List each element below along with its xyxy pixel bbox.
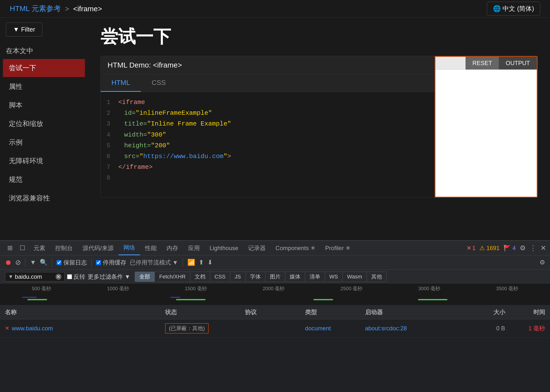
breadcrumb-root[interactable]: HTML 元素参考 — [10, 4, 61, 14]
reset-button[interactable]: RESET — [466, 57, 499, 69]
toolbar-settings-icon[interactable]: ⚙ — [539, 259, 545, 266]
table-header: 名称 状态 协议 类型 启动器 大小 时间 — [0, 305, 550, 319]
filter-other[interactable]: 其他 — [367, 272, 387, 282]
disable-cache-checkbox[interactable]: 停用缓存 — [96, 259, 126, 266]
devtools: ⊞ ☐ 元素 控制台 源代码/来源 网络 性能 内存 应用 Lighthouse… — [0, 240, 550, 392]
tab-components[interactable]: Components ✳ — [271, 241, 320, 255]
devtools-icon-pointer[interactable]: ⊞ — [4, 242, 16, 254]
header-name: 名称 — [5, 308, 165, 316]
row-name-cell: ✕ www.baidu.com — [5, 325, 165, 332]
filter-css[interactable]: CSS — [210, 272, 230, 282]
timeline-labels: 500 毫秒 1000 毫秒 1500 毫秒 2000 毫秒 2500 毫秒 3… — [0, 283, 550, 292]
tab-app[interactable]: 应用 — [183, 241, 205, 255]
right-badges: ✕ ✕ 11 ⚠ 1691 🚩 4 ⚙ ⋮ ✕ — [466, 244, 546, 252]
warn-badge: ⚠ 1691 — [479, 245, 500, 252]
output-header: RESET OUTPUT — [435, 57, 537, 70]
sidebar-item-spec[interactable]: 规范 — [3, 171, 85, 189]
tab-html[interactable]: HTML — [101, 74, 141, 92]
sidebar-section-title: 在本文中 — [0, 42, 88, 58]
main-layout: ▼ Filter 在本文中 尝试一下 属性 脚本 定位和缩放 示例 无障碍环境 … — [0, 18, 550, 240]
filter-font[interactable]: 字体 — [246, 272, 265, 282]
sidebar-item-try[interactable]: 尝试一下 — [3, 59, 85, 77]
table-row[interactable]: ✕ www.baidu.com (已屏蔽：其他) document about:… — [0, 319, 550, 338]
demo-title: HTML Demo: <iframe> — [101, 56, 434, 74]
demo-container: HTML Demo: <iframe> HTML CSS 1<iframe 2i… — [100, 56, 538, 198]
info-badge: 🚩 4 — [503, 245, 516, 252]
sidebar-item-compat[interactable]: 浏览器兼容性 — [3, 189, 85, 207]
tab-console[interactable]: 控制台 — [50, 241, 78, 255]
filter-manifest[interactable]: 清单 — [305, 272, 325, 282]
row-type-cell: document — [305, 325, 365, 332]
filter-media[interactable]: 媒体 — [285, 272, 305, 282]
filter-js[interactable]: JS — [230, 272, 246, 282]
filter-img[interactable]: 图片 — [265, 272, 285, 282]
header-protocol: 协议 — [245, 308, 305, 316]
type-filter-buttons: 全部 Fetch/XHR 文档 CSS JS 字体 图片 媒体 清单 WS Wa… — [135, 272, 387, 282]
lang-button[interactable]: 🌐 中文 (简体) — [487, 2, 540, 16]
devtools-icon-device[interactable]: ☐ — [16, 242, 29, 254]
tab-recorder[interactable]: 记录器 — [243, 241, 271, 255]
tab-perf[interactable]: 性能 — [140, 241, 162, 255]
breadcrumb: HTML 元素参考 > <iframe> — [10, 4, 102, 14]
preserve-log-checkbox[interactable]: 保留日志 — [57, 259, 87, 266]
header-status: 状态 — [165, 308, 245, 316]
row-initiator-cell: about:srcdoc:28 — [365, 325, 465, 332]
sidebar: ▼ Filter 在本文中 尝试一下 属性 脚本 定位和缩放 示例 无障碍环境 … — [0, 18, 88, 240]
filter-clear-button[interactable]: ✕ — [56, 274, 61, 280]
sidebar-item-accessibility[interactable]: 无障碍环境 — [3, 152, 85, 170]
tab-lighthouse[interactable]: Lighthouse — [205, 241, 243, 255]
header-time: 时间 — [505, 308, 545, 316]
devtools-close-icon[interactable]: ✕ — [540, 244, 546, 252]
devtools-more-icon[interactable]: ⋮ — [530, 244, 537, 252]
invert-checkbox[interactable]: 反转 — [67, 273, 85, 281]
devtools-tabbar: ⊞ ☐ 元素 控制台 源代码/来源 网络 性能 内存 应用 Lighthouse… — [0, 241, 550, 255]
wifi-icon[interactable]: 📶 — [187, 259, 195, 266]
output-button[interactable]: OUTPUT — [499, 57, 537, 69]
row-status-cell: (已屏蔽：其他) — [165, 323, 245, 334]
status-badge: (已屏蔽：其他) — [165, 323, 209, 334]
record-button[interactable]: ⏺ — [5, 258, 12, 266]
filter-bar: ▼ ✕ 反转 更多过滤条件 ▼ 全部 Fetch/XHR 文档 CSS JS 字… — [0, 270, 550, 283]
upload-icon[interactable]: ⬆ — [199, 259, 204, 266]
tab-sources[interactable]: 源代码/来源 — [78, 241, 119, 255]
filter-funnel-icon: ▼ — [8, 274, 13, 280]
search-icon[interactable]: 🔍 — [40, 259, 48, 266]
filter-wasm[interactable]: Wasm — [343, 272, 367, 282]
header-type: 类型 — [305, 308, 365, 316]
tab-elements[interactable]: 元素 — [29, 241, 50, 255]
filter-icon[interactable]: ▼ — [30, 259, 36, 266]
top-nav: HTML 元素参考 > <iframe> 🌐 中文 (简体) — [0, 0, 550, 18]
more-filters-button[interactable]: 更多过滤条件 ▼ — [88, 273, 130, 281]
devtools-settings-icon[interactable]: ⚙ — [520, 244, 526, 252]
sidebar-item-position[interactable]: 定位和缩放 — [3, 115, 85, 133]
sidebar-item-script[interactable]: 脚本 — [3, 96, 85, 114]
tab-memory[interactable]: 内存 — [162, 241, 183, 255]
filter-input[interactable] — [15, 273, 54, 280]
filter-all[interactable]: 全部 — [135, 272, 155, 282]
block-button[interactable]: ⊘ — [15, 258, 21, 266]
error-icon: ✕ — [5, 325, 9, 332]
download-icon[interactable]: ⬇ — [207, 259, 213, 266]
error-badge: ✕ ✕ 11 — [466, 245, 476, 252]
tab-network[interactable]: 网络 — [119, 241, 140, 255]
sidebar-item-attrs[interactable]: 属性 — [3, 78, 85, 96]
demo-tabs: HTML CSS — [101, 74, 434, 92]
filter-doc[interactable]: 文档 — [190, 272, 210, 282]
output-content — [435, 70, 537, 197]
filter-ws[interactable]: WS — [325, 272, 343, 282]
filter-fetch-xhr[interactable]: Fetch/XHR — [155, 272, 190, 282]
timeline: 500 毫秒 1000 毫秒 1500 毫秒 2000 毫秒 2500 毫秒 3… — [0, 283, 550, 305]
breadcrumb-current: <iframe> — [73, 5, 102, 13]
throttle-dropdown[interactable]: 已停用节流模式 ▼ — [130, 259, 178, 266]
output-panel: RESET OUTPUT — [435, 56, 538, 197]
devtools-toolbar: ⏺ ⊘ ▼ 🔍 保留日志 停用缓存 已停用节流模式 ▼ 📶 ⬆ ⬇ ⚙ — [0, 255, 550, 270]
sidebar-item-example[interactable]: 示例 — [3, 133, 85, 151]
filter-input-wrap: ▼ ✕ — [5, 272, 65, 281]
row-size-cell: 0 B — [465, 325, 505, 332]
filter-button[interactable]: ▼ Filter — [6, 23, 42, 36]
tab-css[interactable]: CSS — [141, 74, 177, 92]
tab-profiler[interactable]: Profiler ✳ — [320, 241, 355, 255]
network-table: 名称 状态 协议 类型 启动器 大小 时间 ✕ www.baidu.com (已… — [0, 305, 550, 392]
page-heading: 尝试一下 — [100, 25, 538, 48]
header-size: 大小 — [465, 308, 505, 316]
